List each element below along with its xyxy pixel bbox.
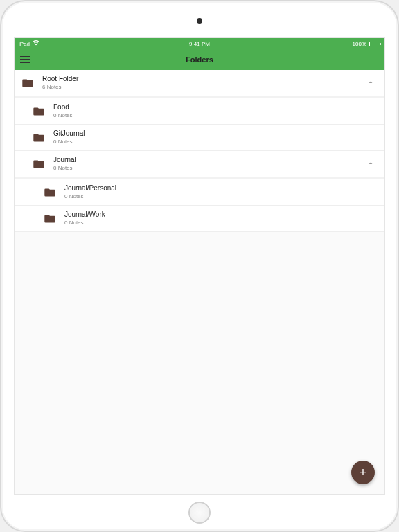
folder-row[interactable]: Journal/Personal 0 Notes [15, 179, 384, 206]
page-title: Folders [15, 55, 384, 64]
folder-row[interactable]: GitJournal 0 Notes [15, 125, 384, 151]
folder-subtitle: 0 Notes [53, 112, 378, 119]
battery-icon [369, 42, 380, 46]
folder-subtitle: 6 Notes [42, 84, 364, 91]
screen: iPad 9:41 PM 100% Folders Root Folder 6 … [14, 37, 385, 495]
folder-row[interactable]: Journal/Work 0 Notes [15, 206, 384, 232]
chevron-up-icon[interactable] [364, 158, 378, 170]
folder-name: GitJournal [53, 130, 378, 138]
folder-name: Journal [53, 156, 364, 164]
folder-icon [44, 188, 56, 197]
folder-icon [33, 133, 45, 143]
folder-icon [33, 107, 45, 116]
menu-button[interactable] [15, 49, 35, 70]
home-button[interactable] [188, 502, 211, 524]
plus-icon: + [360, 466, 367, 480]
folder-subtitle: 0 Notes [64, 193, 378, 200]
folder-subtitle: 0 Notes [53, 139, 378, 145]
folder-icon [33, 159, 45, 169]
folder-list: Root Folder 6 Notes Food 0 Notes GitJour… [15, 70, 384, 232]
folder-name: Root Folder [42, 75, 364, 83]
folder-row[interactable]: Journal 0 Notes [15, 151, 384, 177]
folder-name: Journal/Personal [64, 184, 378, 193]
app-bar: Folders [15, 49, 384, 70]
camera-dot [197, 18, 202, 24]
chevron-up-icon[interactable] [364, 77, 378, 89]
folder-icon [21, 78, 34, 88]
tablet-frame: iPad 9:41 PM 100% Folders Root Folder 6 … [0, 0, 399, 532]
folder-name: Food [53, 103, 378, 112]
folder-name: Journal/Work [64, 211, 378, 219]
folder-subtitle: 0 Notes [53, 165, 364, 172]
folder-icon [44, 214, 56, 224]
folder-row[interactable]: Root Folder 6 Notes [15, 70, 384, 96]
status-bar: iPad 9:41 PM 100% [15, 38, 384, 49]
add-button[interactable]: + [351, 461, 375, 484]
folder-row[interactable]: Food 0 Notes [15, 98, 384, 125]
status-time: 9:41 PM [15, 41, 384, 47]
folder-subtitle: 0 Notes [64, 220, 378, 227]
